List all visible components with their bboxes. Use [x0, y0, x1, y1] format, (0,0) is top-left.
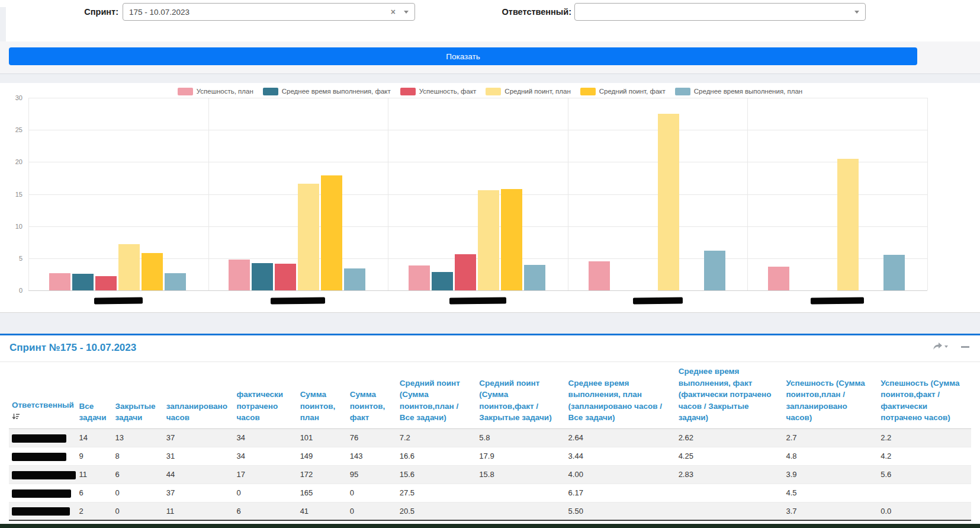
- cell-r5-c3: 0: [112, 502, 163, 520]
- cell-r5-c8: 20.5: [397, 502, 477, 520]
- y-axis-label: 15: [5, 191, 23, 198]
- gridline-x: [28, 98, 29, 290]
- cell-r3-c2: 11: [76, 465, 113, 484]
- cell-r1-c6: 101: [297, 428, 347, 447]
- table-row-4: 60370165027.56.174.5: [9, 484, 971, 502]
- bar-1-series-6: [165, 273, 186, 290]
- column-header-6[interactable]: Сумма поинтов, план: [297, 362, 347, 428]
- sprint-select[interactable]: 175 - 10.07.2023 ×: [123, 3, 415, 21]
- show-button[interactable]: Показать: [9, 47, 917, 65]
- cell-r2-c11: 4.25: [676, 447, 783, 465]
- column-header-13[interactable]: Успешность (Сумма поинтов,факт / фактиче…: [878, 362, 971, 428]
- bar-1-series-3: [95, 276, 117, 290]
- responsible-select[interactable]: [574, 3, 866, 21]
- bar-1-series-4: [118, 244, 140, 290]
- column-header-7[interactable]: Сумма поинтов, факт: [347, 362, 397, 428]
- x-axis-label-redacted: [449, 297, 506, 304]
- cell-r1-c12: 2.7: [783, 428, 878, 447]
- cell-r5-c6: 41: [297, 502, 347, 520]
- chart-panel: Успешность, планСреднее время выполнения…: [0, 83, 980, 313]
- bar-2-series-1: [229, 260, 250, 290]
- cell-r5-c7: 0: [347, 502, 397, 520]
- collapse-icon[interactable]: [961, 346, 969, 348]
- y-axis-label: 10: [5, 223, 23, 230]
- cell-r3-c9: 15.8: [476, 465, 565, 484]
- x-axis-label-redacted: [271, 297, 325, 304]
- cell-r1-c3: 13: [112, 428, 163, 447]
- cell-r1-c11: 2.62: [676, 428, 783, 447]
- name-redaction-bar: [12, 471, 76, 479]
- share-icon[interactable]: [933, 343, 948, 351]
- cell-r2-c12: 4.8: [783, 447, 878, 465]
- column-header-4[interactable]: запланировано часов: [163, 362, 234, 428]
- bar-3-series-2: [432, 272, 453, 290]
- cell-r2-c8: 16.6: [397, 447, 477, 465]
- column-header-9[interactable]: Средний поинт (Сумма поинтов,факт / Закр…: [476, 362, 565, 428]
- bar-2-series-2: [252, 263, 273, 290]
- gridline-x: [747, 98, 748, 290]
- bar-4-series-4: [658, 114, 679, 290]
- cell-r5-c5: 6: [233, 502, 297, 520]
- table-row-5: 2011641020.55.503.70.0: [9, 502, 971, 520]
- page-gutter: [0, 7, 6, 41]
- cell-r1-c13: 2.2: [878, 428, 971, 447]
- responsible-name-redacted: [9, 428, 76, 447]
- cell-r4-c2: 6: [76, 484, 113, 502]
- column-header-2[interactable]: Все задачи: [76, 362, 113, 428]
- responsible-label: Ответственный:: [500, 7, 571, 17]
- x-axis-label-redacted: [94, 297, 143, 304]
- table-title: Спринт №175 - 10.07.2023: [9, 342, 136, 354]
- cell-r5-c13: 0.0: [878, 502, 971, 520]
- cell-r2-c10: 3.44: [565, 447, 676, 465]
- bar-5-series-4: [837, 159, 859, 290]
- cell-r1-c2: 14: [76, 428, 113, 447]
- bar-2-series-4: [298, 184, 319, 290]
- table-row-2: 98313414914316.617.93.444.254.84.2: [9, 447, 971, 465]
- cell-r2-c9: 17.9: [476, 447, 565, 465]
- responsible-caret-icon[interactable]: [854, 11, 859, 14]
- column-header-3[interactable]: Закрытые задачи: [112, 362, 163, 428]
- column-header-11[interactable]: Среднее время выполнения, факт (фактичес…: [676, 362, 783, 428]
- sprint-table-panel: Спринт №175 - 10.07.2023 ОтветственныйВс…: [0, 334, 980, 524]
- cell-r1-c10: 2.64: [565, 428, 676, 447]
- bar-1-series-2: [72, 274, 94, 290]
- cell-r3-c5: 17: [233, 465, 297, 484]
- cell-r2-c6: 149: [297, 447, 347, 465]
- cell-r1-c7: 76: [347, 428, 397, 447]
- cell-r1-c9: 5.8: [476, 428, 565, 447]
- y-axis-label: 0: [5, 287, 23, 294]
- column-header-5[interactable]: фактически потрачено часов: [233, 362, 297, 428]
- column-header-1[interactable]: Ответственный: [9, 362, 76, 428]
- sprint-stats-table: ОтветственныйВсе задачиЗакрытые задачиза…: [9, 362, 971, 528]
- bottom-bar: [0, 524, 980, 528]
- column-header-8[interactable]: Средний поинт (Сумма поинтов,план / Все …: [397, 362, 477, 428]
- cell-r5-c10: 5.50: [565, 502, 676, 520]
- sort-icon[interactable]: [12, 412, 73, 424]
- gridline-x: [208, 98, 209, 290]
- y-axis-label: 25: [5, 126, 23, 133]
- gridline-y25: [28, 130, 927, 130]
- bar-2-series-5: [321, 175, 342, 290]
- bar-1-series-5: [142, 253, 163, 290]
- cell-r5-c12: 3.7: [783, 502, 878, 520]
- cell-r2-c2: 9: [76, 447, 113, 465]
- cell-r2-c13: 4.2: [878, 447, 971, 465]
- responsible-name-redacted: [9, 447, 76, 465]
- cell-r4-c9: [476, 484, 565, 502]
- column-header-12[interactable]: Успешность (Сумма поинтов,план / заплани…: [783, 362, 878, 428]
- cell-r1-c4: 37: [163, 428, 234, 447]
- cell-r2-c7: 143: [347, 447, 397, 465]
- cell-r4-c10: 6.17: [565, 484, 676, 502]
- cell-r4-c4: 37: [163, 484, 234, 502]
- cell-r3-c11: 2.83: [676, 465, 783, 484]
- cell-r2-c3: 8: [112, 447, 163, 465]
- y-axis-label: 20: [5, 158, 23, 165]
- gridline-x: [568, 98, 568, 290]
- cell-r3-c12: 3.9: [783, 465, 878, 484]
- sprint-caret-icon[interactable]: [404, 11, 409, 14]
- sprint-clear-icon[interactable]: ×: [391, 7, 396, 17]
- cell-r4-c13: [878, 484, 971, 502]
- column-header-10[interactable]: Среднее время выполнения, план (запланир…: [565, 362, 676, 428]
- cell-r5-c9: [476, 502, 565, 520]
- filter-bar: Спринт: 175 - 10.07.2023 × Ответственный…: [0, 0, 980, 41]
